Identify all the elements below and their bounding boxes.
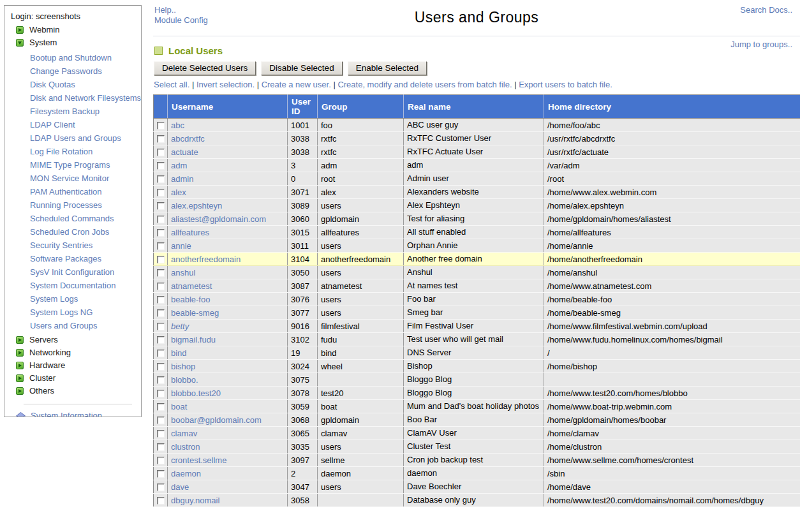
- sidebar-module-link[interactable]: Scheduled Cron Jobs: [11, 225, 141, 239]
- bulk-action-button[interactable]: Enable Selected: [348, 61, 427, 75]
- sidebar-category[interactable]: Hardware: [11, 359, 141, 372]
- user-action-link[interactable]: Create, modify and delete users from bat…: [337, 80, 512, 89]
- row-checkbox[interactable]: [157, 256, 165, 263]
- category-toggle-icon[interactable]: [16, 349, 24, 357]
- row-checkbox[interactable]: [157, 269, 165, 277]
- username-link[interactable]: crontest.sellme: [171, 455, 226, 465]
- row-checkbox[interactable]: [157, 323, 165, 330]
- row-checkbox[interactable]: [157, 175, 165, 183]
- username-link[interactable]: allfeatures: [171, 228, 209, 237]
- username-link[interactable]: annie: [171, 241, 191, 251]
- username-link[interactable]: boobar@gpldomain.com: [171, 415, 262, 425]
- sidebar-category[interactable]: Networking: [11, 346, 141, 359]
- row-checkbox[interactable]: [157, 484, 165, 491]
- jump-to-groups-link[interactable]: Jump to groups..: [730, 40, 792, 49]
- search-docs-link[interactable]: Search Docs..: [740, 5, 792, 15]
- category-toggle-icon[interactable]: [16, 374, 24, 382]
- username-link[interactable]: blobbo.test20: [171, 388, 221, 398]
- sidebar-module-link[interactable]: System Documentation: [11, 279, 141, 292]
- sidebar-module-link[interactable]: Disk and Network Filesystems: [11, 91, 141, 105]
- sidebar-module-link[interactable]: Bootup and Shutdown: [11, 51, 141, 64]
- row-checkbox[interactable]: [157, 216, 165, 223]
- row-checkbox[interactable]: [157, 350, 165, 357]
- username-link[interactable]: betty: [171, 321, 189, 331]
- row-checkbox[interactable]: [157, 430, 165, 438]
- user-action-link[interactable]: Export users to batch file.: [519, 80, 612, 89]
- username-link[interactable]: atnametest: [171, 281, 212, 291]
- username-link[interactable]: actuate: [171, 147, 198, 157]
- category-toggle-icon[interactable]: [16, 39, 24, 47]
- sidebar-module-link[interactable]: System Logs NG: [11, 306, 141, 319]
- sidebar-module-link[interactable]: Change Passwords: [11, 64, 141, 78]
- row-checkbox[interactable]: [157, 229, 165, 237]
- row-checkbox[interactable]: [157, 202, 165, 210]
- username-link[interactable]: bishop: [171, 362, 195, 371]
- sidebar-module-link[interactable]: PAM Authentication: [11, 185, 141, 198]
- username-link[interactable]: dbguy.nomail: [171, 496, 219, 505]
- row-checkbox[interactable]: [157, 296, 165, 304]
- row-checkbox[interactable]: [157, 443, 165, 451]
- user-action-link[interactable]: Select all.: [154, 80, 189, 89]
- row-checkbox[interactable]: [157, 376, 165, 384]
- username-link[interactable]: boat: [171, 402, 187, 411]
- row-checkbox[interactable]: [157, 363, 165, 371]
- system-information-link[interactable]: System Information: [11, 409, 141, 417]
- category-toggle-icon[interactable]: [16, 387, 24, 395]
- row-checkbox[interactable]: [157, 135, 165, 143]
- username-link[interactable]: bind: [171, 348, 187, 358]
- username-link[interactable]: aliastest@gpldomain.com: [171, 214, 266, 224]
- bulk-action-button[interactable]: Disable Selected: [261, 61, 342, 75]
- sidebar-module-link[interactable]: Disk Quotas: [11, 78, 141, 91]
- user-action-link[interactable]: Invert selection.: [196, 80, 255, 89]
- sidebar-category[interactable]: Webmin: [11, 24, 141, 36]
- row-checkbox[interactable]: [157, 242, 165, 250]
- username-link[interactable]: clustron: [171, 442, 200, 452]
- row-checkbox[interactable]: [157, 162, 165, 170]
- sidebar-module-link[interactable]: Software Packages: [11, 252, 141, 265]
- sidebar-module-link[interactable]: MIME Type Programs: [11, 158, 141, 172]
- sidebar-module-link[interactable]: Users and Groups: [11, 319, 141, 332]
- username-link[interactable]: abc: [171, 121, 184, 130]
- sidebar-module-link[interactable]: Scheduled Commands: [11, 212, 141, 225]
- row-checkbox[interactable]: [157, 390, 165, 397]
- sidebar-module-link[interactable]: Log File Rotation: [11, 145, 141, 158]
- row-checkbox[interactable]: [157, 122, 165, 129]
- sidebar-category[interactable]: Servers: [11, 334, 141, 346]
- category-toggle-icon[interactable]: [16, 26, 24, 34]
- username-link[interactable]: anshul: [171, 268, 195, 277]
- bulk-action-button[interactable]: Delete Selected Users: [154, 61, 256, 75]
- row-checkbox[interactable]: [157, 283, 165, 290]
- sidebar-module-link[interactable]: LDAP Client: [11, 118, 141, 131]
- row-checkbox[interactable]: [157, 457, 165, 464]
- sidebar-module-link[interactable]: Security Sentries: [11, 239, 141, 252]
- row-checkbox[interactable]: [157, 336, 165, 344]
- sidebar-category[interactable]: System: [11, 36, 141, 49]
- sidebar-module-link[interactable]: Running Processes: [11, 198, 141, 212]
- username-link[interactable]: daemon: [171, 469, 201, 478]
- username-link[interactable]: blobbo.: [171, 375, 198, 385]
- row-checkbox[interactable]: [157, 149, 165, 156]
- username-link[interactable]: bigmail.fudu: [171, 335, 216, 344]
- username-link[interactable]: abcdrxtfc: [171, 134, 205, 144]
- row-checkbox[interactable]: [157, 470, 165, 478]
- username-link[interactable]: clamav: [171, 429, 197, 438]
- username-link[interactable]: anotherfreedomain: [171, 255, 241, 264]
- username-link[interactable]: beable-foo: [171, 295, 210, 304]
- username-link[interactable]: alex: [171, 188, 186, 197]
- row-checkbox[interactable]: [157, 189, 165, 196]
- user-action-link[interactable]: Create a new user.: [262, 80, 331, 89]
- sidebar-module-link[interactable]: Filesystem Backup: [11, 105, 141, 118]
- username-link[interactable]: beable-smeg: [171, 308, 219, 318]
- username-link[interactable]: adm: [171, 161, 187, 170]
- sidebar-module-link[interactable]: LDAP Users and Groups: [11, 131, 141, 145]
- row-checkbox[interactable]: [157, 497, 165, 505]
- sidebar-module-link[interactable]: SysV Init Configuration: [11, 265, 141, 279]
- username-link[interactable]: admin: [171, 174, 193, 184]
- username-link[interactable]: alex.epshteyn: [171, 201, 222, 211]
- sidebar-module-link[interactable]: System Logs: [11, 292, 141, 306]
- category-toggle-icon[interactable]: [16, 362, 24, 369]
- username-link[interactable]: dave: [171, 482, 189, 492]
- sidebar-category[interactable]: Others: [11, 385, 141, 397]
- sidebar-category[interactable]: Cluster: [11, 372, 141, 385]
- row-checkbox[interactable]: [157, 417, 165, 424]
